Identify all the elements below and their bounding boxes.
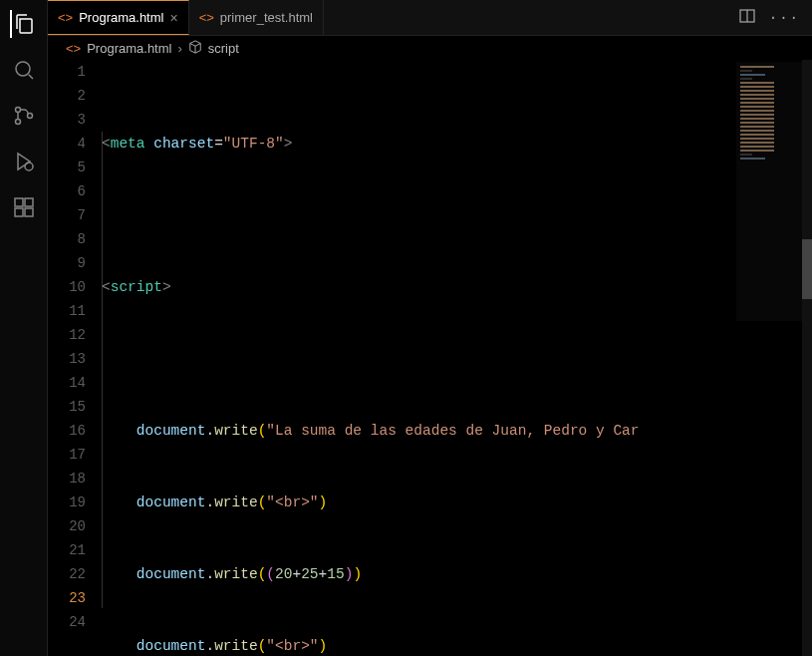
code-area[interactable]: <meta charset="UTF-8"> <script> document…	[102, 60, 812, 656]
close-icon[interactable]: ×	[169, 10, 177, 26]
html-file-icon: <>	[58, 10, 73, 25]
svg-rect-5	[15, 198, 23, 206]
svg-point-4	[25, 163, 33, 170]
html-file-icon: <>	[199, 10, 214, 25]
tab-actions: ···	[727, 0, 812, 35]
chevron-right-icon: ›	[177, 41, 181, 56]
minimap[interactable]	[736, 62, 806, 321]
tab-label: Programa.html	[79, 10, 163, 25]
svg-point-3	[27, 114, 32, 119]
tab-bar: <> Programa.html × <> primer_test.html ·…	[48, 0, 812, 36]
svg-point-0	[16, 62, 30, 76]
breadcrumb[interactable]: <> Programa.html › script	[48, 36, 812, 60]
svg-rect-8	[25, 198, 33, 206]
explorer-icon[interactable]	[10, 10, 38, 38]
search-icon[interactable]	[10, 56, 38, 84]
run-debug-icon[interactable]	[10, 148, 38, 175]
extensions-icon[interactable]	[10, 193, 38, 221]
tab-label: primer_test.html	[220, 10, 313, 25]
html-file-icon: <>	[66, 41, 81, 56]
svg-point-1	[15, 108, 20, 113]
vertical-scrollbar[interactable]	[802, 60, 812, 656]
editor[interactable]: 1 2 3 4 5 6 7 8 9 10 11 12 13 14 15 16 1…	[48, 60, 812, 656]
svg-rect-6	[15, 208, 23, 216]
scrollbar-thumb[interactable]	[802, 239, 812, 299]
tab-primer-test[interactable]: <> primer_test.html	[189, 0, 324, 35]
symbol-icon	[188, 40, 202, 57]
svg-rect-7	[25, 208, 33, 216]
editor-main: <> Programa.html × <> primer_test.html ·…	[48, 0, 812, 656]
split-editor-icon[interactable]	[739, 8, 755, 28]
breadcrumb-symbol: script	[208, 41, 239, 56]
svg-point-2	[15, 120, 20, 125]
breadcrumb-file: Programa.html	[87, 41, 171, 56]
source-control-icon[interactable]	[10, 102, 38, 130]
line-gutter: 1 2 3 4 5 6 7 8 9 10 11 12 13 14 15 16 1…	[48, 60, 102, 656]
tab-programa[interactable]: <> Programa.html ×	[48, 0, 189, 35]
more-actions-icon[interactable]: ···	[769, 10, 800, 26]
activity-bar	[0, 0, 48, 656]
